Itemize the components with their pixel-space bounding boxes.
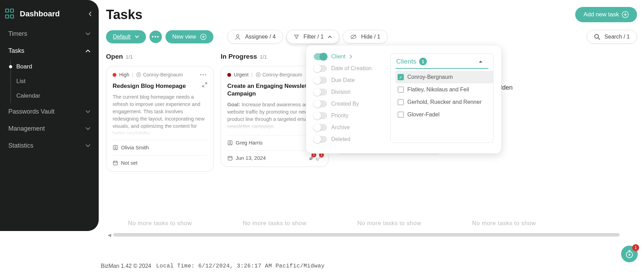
sidebar: Dashboard Timers Tasks Board List Calend…	[0, 0, 99, 231]
filter-option-due-date[interactable]: Due Date	[314, 77, 383, 84]
sidebar-item-label: Statistics	[8, 142, 33, 149]
no-more-row: No more tasks to show No more tasks to s…	[106, 220, 637, 227]
svg-point-12	[258, 74, 259, 75]
person-icon	[235, 34, 241, 40]
toggle[interactable]	[314, 136, 327, 143]
toggle[interactable]	[314, 77, 327, 84]
attachment-badge[interactable]: 1	[309, 155, 314, 161]
view-selector-default[interactable]: Default	[106, 30, 146, 43]
sidebar-item-label: Timers	[8, 30, 27, 38]
sidebar-item-passwords-vault[interactable]: Passwords Vault	[0, 103, 99, 120]
sidebar-item-calendar[interactable]: Calendar	[11, 89, 99, 103]
scrollbar-track[interactable]	[113, 233, 620, 237]
sidebar-collapse-button[interactable]	[88, 11, 92, 17]
link-badge[interactable]: 1	[316, 155, 322, 161]
clients-header[interactable]: Clients 1	[396, 58, 488, 69]
sidebar-item-management[interactable]: Management	[0, 120, 99, 137]
sidebar-submenu-tasks: Board List Calendar	[10, 59, 99, 103]
new-view-label: New view	[172, 34, 196, 40]
card-title: Redesign Blog Homepage	[113, 82, 207, 90]
filter-popup: Client Date of Creation Due Date Divisio…	[306, 45, 502, 154]
sidebar-item-label: Tasks	[8, 47, 24, 55]
checkbox-icon	[398, 99, 404, 105]
card-description: The current blog homepage needs a refres…	[113, 93, 207, 135]
assignee-filter-button[interactable]: Assignee / 4	[227, 30, 283, 44]
new-view-button[interactable]: New view	[165, 30, 213, 43]
user-badge-icon	[113, 145, 118, 150]
assignee-name: Greg Harris	[236, 140, 263, 146]
filter-option-deleted[interactable]: Deleted	[314, 136, 383, 143]
svg-rect-10	[113, 161, 117, 165]
sidebar-item-timers[interactable]: Timers	[0, 25, 99, 42]
toggle[interactable]	[314, 100, 327, 107]
filter-option-created-by[interactable]: Created By	[314, 100, 383, 107]
checkbox-icon	[398, 112, 404, 118]
toggle[interactable]	[314, 89, 327, 96]
chevron-left-icon	[88, 11, 92, 17]
checkbox-icon: ✓	[398, 74, 404, 80]
date-value: Jun 13, 2024	[236, 155, 266, 161]
sidebar-item-list[interactable]: List	[11, 74, 99, 89]
column-open: Open 1/1 High | Conroy-Bergnaum ••• Rede…	[106, 53, 214, 172]
toolbar: Default ••• New view Assignee / 4 Filter…	[106, 30, 637, 44]
chevron-down-icon	[85, 144, 90, 147]
filter-label: Filter / 1	[303, 34, 324, 40]
sidebar-item-tasks[interactable]: Tasks	[0, 42, 99, 59]
clients-header-label: Clients	[396, 58, 416, 65]
chevron-right-icon	[350, 55, 352, 59]
horizontal-scrollbar[interactable]: ◀	[108, 232, 620, 237]
sidebar-item-label: Passwords Vault	[8, 108, 55, 115]
calendar-icon	[113, 160, 118, 166]
svg-point-6	[137, 73, 141, 77]
svg-point-14	[229, 142, 231, 143]
view-more-button[interactable]: •••	[149, 31, 162, 43]
plus-circle-icon	[200, 34, 206, 40]
client-option[interactable]: Flatley, Nikolaus and Feil	[396, 83, 493, 96]
user-badge-icon	[227, 140, 233, 146]
client-name: Glover-Fadel	[407, 112, 439, 118]
timer-fab-button[interactable]: 1	[621, 246, 638, 262]
hide-button[interactable]: Hide / 1	[343, 30, 388, 44]
filter-option-division[interactable]: Division	[314, 89, 383, 96]
sidebar-item-label: Management	[8, 125, 45, 132]
add-task-button[interactable]: Add new task	[575, 7, 637, 22]
plus-circle-icon	[622, 11, 629, 18]
column-title: In Progress	[221, 53, 257, 60]
filter-option-date-creation[interactable]: Date of Creation	[314, 65, 383, 72]
card-more-button[interactable]: •••	[200, 72, 207, 77]
add-task-label: Add new task	[584, 11, 619, 18]
expand-button[interactable]	[202, 82, 207, 87]
clients-list[interactable]: ✓Conroy-Bergnaum Flatley, Nikolaus and F…	[396, 71, 493, 121]
sidebar-item-statistics[interactable]: Statistics	[0, 137, 99, 154]
svg-point-18	[629, 254, 630, 256]
client-name: Conroy-Bergnaum	[407, 74, 453, 80]
separator: |	[251, 72, 253, 77]
client-name: Conroy-Bergnaum	[262, 72, 302, 77]
toggle[interactable]	[314, 124, 327, 131]
sidebar-item-board[interactable]: Board	[11, 59, 99, 74]
client-option[interactable]: Glover-Fadel	[396, 108, 493, 121]
filter-button[interactable]: Filter / 1	[286, 30, 339, 44]
chevron-down-icon	[135, 35, 139, 38]
client-icon	[255, 72, 261, 77]
client-option[interactable]: ✓Conroy-Bergnaum	[396, 71, 493, 83]
svg-point-7	[138, 74, 139, 75]
fab-badge: 1	[632, 244, 639, 251]
search-button[interactable]: Search / 1	[587, 30, 637, 44]
filter-option-label: Due Date	[331, 77, 355, 83]
task-card[interactable]: High | Conroy-Bergnaum ••• Redesign Blog…	[106, 66, 214, 172]
filter-option-label: Division	[331, 89, 351, 95]
column-count: 1/1	[126, 54, 133, 60]
priority-dot-icon	[227, 73, 231, 77]
filter-option-archive[interactable]: Archive	[314, 124, 383, 131]
toggle[interactable]	[314, 65, 327, 72]
client-option[interactable]: Gerhold, Ruecker and Renner	[396, 96, 493, 108]
sidebar-subitem-label: List	[16, 78, 25, 85]
toggle[interactable]	[314, 112, 327, 119]
filter-option-priority[interactable]: Priority	[314, 112, 383, 119]
toggle-client[interactable]	[314, 53, 327, 60]
svg-point-11	[256, 73, 260, 77]
filter-option-client[interactable]: Client	[314, 53, 383, 60]
priority-dot-icon	[113, 73, 116, 77]
filter-option-label: Created By	[331, 101, 359, 107]
